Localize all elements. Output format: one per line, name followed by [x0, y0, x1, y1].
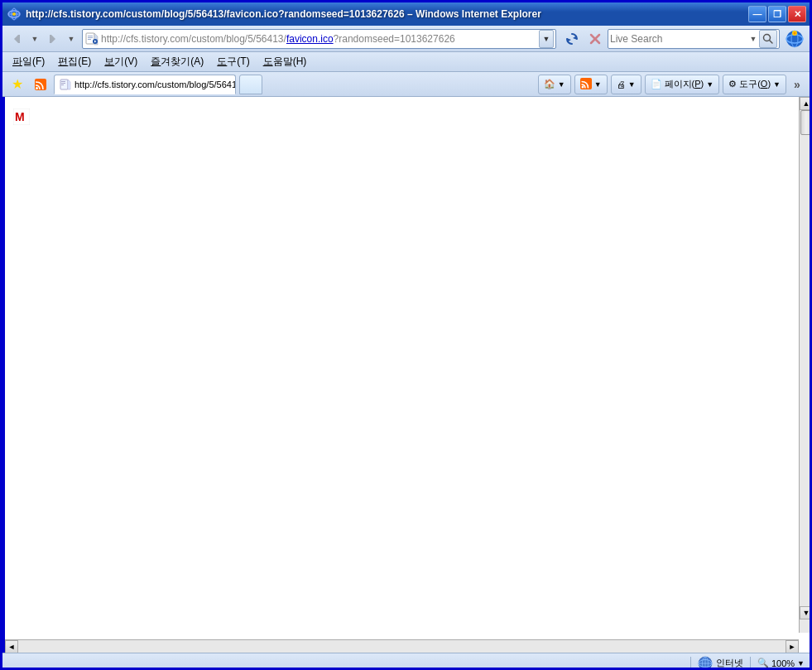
window-icon [7, 7, 21, 21]
address-url-query: ?randomseed=1013627626 [334, 33, 455, 45]
rss-feed-button[interactable]: ▼ [574, 75, 608, 94]
scroll-down-button[interactable]: ▼ [800, 606, 812, 619]
back-button[interactable] [6, 28, 27, 50]
toolbar-right: 🏠 ▼ ▼ 🖨 ▼ 📄 페이지(P) ▼ ⚙ 도구 [538, 75, 805, 94]
status-divider-1 [690, 657, 691, 670]
svg-rect-6 [18, 35, 20, 43]
menu-help[interactable]: 도움말(H) [257, 53, 314, 70]
svg-marker-5 [14, 35, 18, 43]
svg-point-4 [12, 12, 16, 16]
svg-line-21 [770, 40, 773, 43]
window-title: http://cfs.tistory.com/custom/blog/5/564… [26, 8, 541, 20]
svg-marker-17 [567, 38, 571, 42]
address-url-highlighted: favicon.ico [286, 33, 334, 45]
zoom-icon: 🔍 [757, 658, 769, 668]
svg-marker-16 [573, 36, 577, 40]
print-button[interactable]: 🖨 ▼ [611, 75, 641, 94]
rss-icon [580, 78, 592, 91]
menu-edit[interactable]: 편집(E) [51, 53, 98, 70]
toolbar-more-button[interactable]: » [790, 75, 805, 94]
svg-text:M: M [15, 110, 25, 123]
page-dropdown[interactable]: ▼ [706, 80, 714, 89]
window-controls: — ❐ ✕ [748, 6, 806, 22]
zoom-dropdown[interactable]: ▼ [797, 659, 805, 668]
print-dropdown[interactable]: ▼ [628, 80, 636, 89]
search-dropdown[interactable]: ▼ [747, 30, 759, 48]
page-button[interactable]: 📄 페이지(P) ▼ [645, 75, 720, 94]
svg-rect-11 [88, 37, 93, 38]
bookmarks-bar: ★ http://cfs.tistory.com/custom/blog/5/5… [2, 72, 810, 97]
favorites-star-button[interactable]: ★ [7, 75, 27, 94]
tab-active[interactable]: http://cfs.tistory.com/custom/blog/5/564… [54, 75, 236, 94]
back-dropdown[interactable]: ▼ [29, 28, 41, 50]
maximize-button[interactable]: ❐ [768, 6, 786, 22]
svg-point-26 [794, 31, 796, 34]
svg-marker-33 [68, 80, 70, 89]
new-tab-button[interactable] [239, 75, 262, 94]
nav-bar: ▼ ▼ http://cfs.tistory.com/custom/blog/5… [2, 26, 810, 52]
internet-zone-label: 인터넷 [716, 657, 743, 669]
menu-file[interactable]: 파일(F) [6, 53, 51, 70]
horizontal-scrollbar[interactable]: ◄ ► [5, 639, 799, 653]
close-button[interactable]: ✕ [788, 6, 806, 22]
address-page-icon [84, 31, 99, 46]
vertical-scrollbar[interactable]: ▲ ▼ [799, 97, 812, 633]
globe-icon [698, 656, 713, 671]
tools-button[interactable]: ⚙ 도구(O) ▼ [723, 75, 786, 94]
svg-rect-12 [88, 39, 91, 40]
forward-dropdown[interactable]: ▼ [65, 28, 77, 50]
refresh-button[interactable] [561, 28, 583, 50]
tab-page-icon [60, 78, 71, 91]
forward-button[interactable] [42, 28, 64, 50]
menu-tools[interactable]: 도구(T) [210, 53, 256, 70]
tools-label: 도구(O) [739, 78, 771, 90]
address-display[interactable]: http://cfs.tistory.com/custom/blog/5/564… [101, 33, 539, 45]
menu-bar: 파일(F) 편집(E) 보기(V) 즐겨찾기(A) 도구(T) 도움말(H) [2, 52, 810, 72]
title-bar: http://cfs.tistory.com/custom/blog/5/564… [2, 2, 810, 26]
page-favicon: M [13, 108, 30, 125]
scrollbar-track[interactable] [800, 110, 812, 619]
address-dropdown-button[interactable]: ▼ [539, 30, 554, 48]
svg-point-35 [581, 85, 584, 88]
scroll-left-button[interactable]: ◄ [5, 640, 18, 653]
address-url-grey-prefix: http://cfs.tistory.com/custom/blog/5/564… [101, 33, 286, 45]
zoom-label: 100% [771, 658, 795, 668]
svg-rect-32 [61, 84, 64, 85]
svg-point-28 [36, 87, 38, 89]
zoom-control[interactable]: 🔍 100% ▼ [757, 658, 805, 668]
scroll-up-button[interactable]: ▲ [800, 97, 812, 110]
home-icon: 🏠 [544, 79, 555, 89]
home-dropdown[interactable]: ▼ [558, 80, 565, 89]
svg-rect-10 [88, 36, 93, 36]
scrollbar-thumb[interactable] [800, 110, 812, 135]
print-icon: 🖨 [617, 80, 626, 89]
tools-icon: ⚙ [728, 79, 737, 89]
page-icon: 📄 [651, 79, 662, 89]
minimize-button[interactable]: — [748, 6, 766, 22]
status-bar: 인터넷 🔍 100% ▼ [2, 653, 810, 670]
svg-rect-30 [61, 81, 65, 82]
search-input[interactable] [610, 33, 747, 45]
stop-button[interactable] [584, 28, 606, 50]
content-area: M ▲ ▼ ◄ ► [5, 97, 812, 653]
tab-label: http://cfs.tistory.com/custom/blog/5/564… [74, 80, 236, 89]
svg-rect-31 [61, 83, 65, 84]
rss-dropdown[interactable]: ▼ [594, 80, 602, 89]
menu-favorites[interactable]: 즐겨찾기(A) [144, 53, 210, 70]
svg-marker-7 [51, 35, 55, 43]
internet-zone[interactable]: 인터넷 [698, 656, 743, 671]
home-button[interactable]: 🏠 ▼ [538, 75, 571, 94]
rss-button[interactable] [31, 75, 50, 94]
search-button[interactable] [759, 30, 777, 48]
page-label: 페이지(P) [665, 78, 704, 90]
search-container: ▼ [608, 29, 780, 49]
svg-rect-8 [50, 35, 51, 43]
ie-logo [783, 27, 806, 51]
address-bar[interactable]: http://cfs.tistory.com/custom/blog/5/564… [82, 29, 556, 49]
menu-view[interactable]: 보기(V) [98, 53, 144, 70]
status-divider-2 [750, 657, 751, 670]
scroll-right-button[interactable]: ► [786, 640, 799, 653]
tools-dropdown[interactable]: ▼ [773, 80, 781, 89]
page-content: M ▲ ▼ ◄ ► [5, 97, 812, 653]
